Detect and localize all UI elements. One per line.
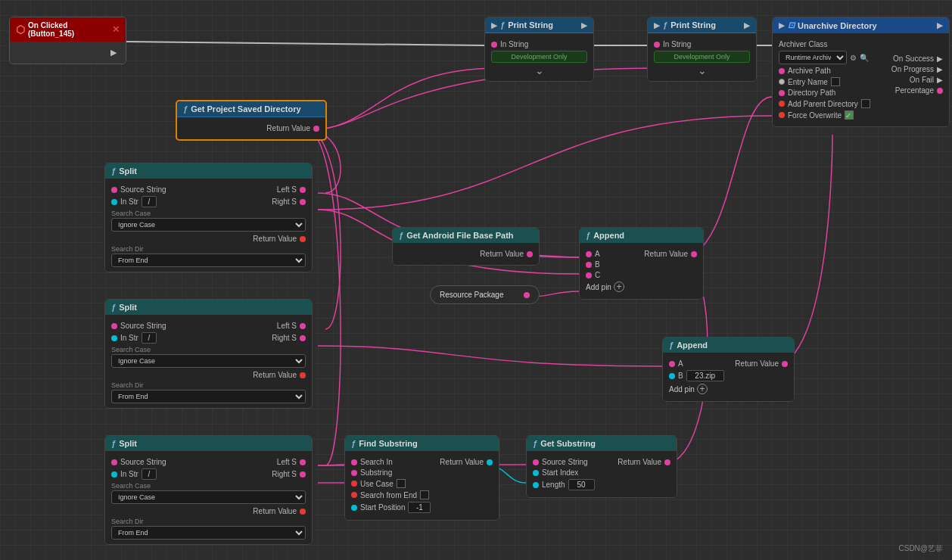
ua-archiver-search[interactable]: 🔍	[860, 54, 869, 62]
ua-percentage-pin[interactable]	[937, 88, 943, 94]
node-unarchive: ▶ ⊡ Unarchive Directory ▶ Archiver Class…	[772, 17, 950, 127]
split3-search-case-select[interactable]: Ignore Case	[111, 490, 306, 504]
get-sub-source-pin[interactable]	[533, 459, 539, 465]
split1-instr-label: In Str	[120, 198, 138, 206]
split1-instr-pin[interactable]	[111, 199, 117, 205]
split2-search-dir-select[interactable]: From End	[111, 390, 306, 403]
split2-return-label: Return Value	[253, 371, 297, 379]
get-sub-start-pin[interactable]	[533, 470, 539, 476]
ua-on-success-exec: ▶	[937, 54, 943, 63]
append2-title: Append	[677, 341, 708, 350]
ua-force-label: Force Overwrite	[788, 111, 842, 120]
ua-archiver-class-label: Archiver Class	[779, 40, 827, 48]
get-sub-length-pin[interactable]	[533, 482, 539, 488]
split2-search-case-select[interactable]: Ignore Case	[111, 354, 306, 368]
split1-left-label: Left S	[277, 185, 297, 194]
ps1-expand[interactable]: ⌄	[491, 64, 587, 76]
append1-b-pin[interactable]	[586, 262, 592, 268]
ua-add-parent-check[interactable]	[861, 99, 870, 108]
split2-left-pin[interactable]	[300, 323, 306, 329]
find-start-pos-pin[interactable]	[351, 505, 357, 511]
split1-return-pin[interactable]	[300, 236, 306, 242]
ua-exec-in: ▶	[779, 21, 785, 30]
split2-right-pin[interactable]	[300, 335, 306, 341]
find-use-case-check[interactable]	[397, 479, 406, 488]
get-project-return-label: Return Value	[266, 124, 310, 132]
ps1-exec-out: ▶	[581, 21, 587, 30]
split1-search-case-select[interactable]: Ignore Case	[111, 218, 306, 232]
split2-instr-label: In Str	[120, 334, 138, 342]
find-search-in-pin[interactable]	[351, 459, 357, 465]
node-split-3: ƒ Split Source String Left S In Str Righ…	[104, 435, 313, 545]
get-sub-length-input[interactable]: 50	[568, 479, 595, 490]
split2-instr-pin[interactable]	[111, 335, 117, 341]
ua-force-check[interactable]: ✓	[845, 110, 854, 120]
split3-right-label: Right S	[272, 470, 297, 478]
append2-plus-icon[interactable]: +	[697, 384, 708, 394]
split3-source-label: Source String	[120, 458, 166, 466]
on-clicked-close[interactable]: ✕	[112, 24, 120, 35]
ua-archiver-settings[interactable]: ⚙	[850, 54, 857, 62]
split1-source-label: Source String	[120, 185, 166, 194]
resource-pkg-pin[interactable]	[524, 292, 530, 298]
split1-right-pin[interactable]	[300, 199, 306, 205]
node-split-2: ƒ Split Source String Left S In Str Righ…	[104, 299, 313, 409]
split3-instr-input[interactable]	[142, 468, 157, 480]
split2-source-pin[interactable]	[111, 323, 117, 329]
append2-b-input[interactable]: 23.zip	[686, 370, 724, 381]
find-search-end-check[interactable]	[420, 490, 429, 499]
append2-a-pin[interactable]	[669, 361, 675, 367]
ua-add-parent-pin[interactable]	[779, 101, 785, 107]
ua-force-pin[interactable]	[779, 112, 785, 118]
split2-return-pin[interactable]	[300, 372, 306, 378]
split1-search-dir-select[interactable]: From End	[111, 254, 306, 267]
append1-return-pin[interactable]	[691, 251, 697, 257]
node-resource-package: Resource Package	[430, 285, 540, 304]
ps2-in-string-pin[interactable]	[654, 42, 660, 48]
ua-archiver-class-select[interactable]: Runtime Archiv...	[779, 51, 847, 64]
find-start-pos-input[interactable]: -1	[408, 502, 431, 513]
split3-left-pin[interactable]	[300, 459, 306, 465]
get-project-return-pin[interactable]	[313, 126, 319, 132]
ua-dir-path-label: Directory Path	[788, 89, 835, 97]
split3-source-pin[interactable]	[111, 459, 117, 465]
split3-return-label: Return Value	[253, 507, 297, 515]
append2-return-pin[interactable]	[782, 361, 788, 367]
find-search-end-label: Search from End	[360, 491, 417, 499]
append2-a-label: A	[678, 359, 683, 368]
split2-instr-input[interactable]	[142, 332, 157, 344]
ua-title: Unarchive Directory	[798, 21, 877, 30]
get-substring-title: Get Substring	[540, 439, 596, 448]
ua-dir-path-pin[interactable]	[779, 90, 785, 96]
ua-on-progress-label: On Progress	[891, 65, 934, 73]
ps2-expand[interactable]: ⌄	[654, 64, 750, 76]
split3-instr-pin[interactable]	[111, 471, 117, 478]
split1-instr-input[interactable]	[142, 196, 157, 207]
find-substring-pin[interactable]	[351, 470, 357, 476]
split3-search-dir-select[interactable]: From End	[111, 526, 306, 540]
append1-add-pin-btn[interactable]: Add pin +	[586, 282, 624, 292]
append1-a-pin[interactable]	[586, 251, 592, 257]
append1-plus-icon[interactable]: +	[614, 282, 624, 292]
ps1-in-string-pin[interactable]	[491, 42, 497, 48]
append2-add-pin-btn[interactable]: Add pin +	[669, 384, 708, 394]
find-substring-label: Substring	[360, 468, 392, 477]
find-return-pin[interactable]	[487, 459, 493, 465]
ua-archive-path-pin[interactable]	[779, 68, 785, 74]
find-search-end-pin[interactable]	[351, 492, 357, 498]
ua-entry-name-check[interactable]	[831, 77, 840, 86]
split1-left-pin[interactable]	[300, 187, 306, 193]
split3-title: Split	[119, 439, 137, 448]
get-android-return-pin[interactable]	[527, 251, 533, 257]
print-string-2-title: Print String	[670, 20, 716, 30]
get-sub-return-pin[interactable]	[664, 459, 670, 465]
ua-archive-path-label: Archive Path	[788, 67, 831, 75]
split3-right-pin[interactable]	[300, 471, 306, 478]
ua-on-fail-exec: ▶	[937, 76, 943, 84]
split3-return-pin[interactable]	[300, 509, 306, 515]
split1-source-pin[interactable]	[111, 187, 117, 193]
find-use-case-pin[interactable]	[351, 481, 357, 487]
append1-c-pin[interactable]	[586, 272, 592, 278]
ua-entry-name-pin[interactable]	[779, 79, 785, 85]
append2-b-pin[interactable]	[669, 373, 675, 379]
